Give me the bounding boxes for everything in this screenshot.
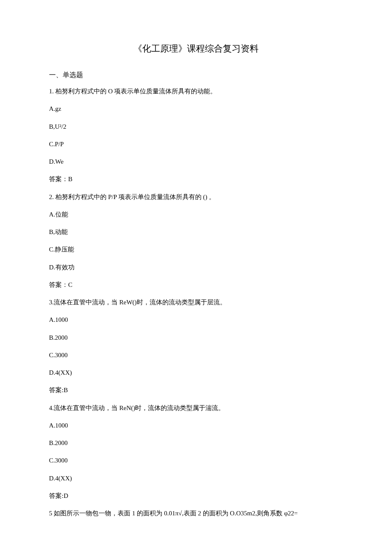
q2-option-c: C.静压能 (49, 245, 343, 254)
q2-option-d: D.有效功 (49, 263, 343, 272)
q4-option-c: C.3000 (49, 456, 343, 465)
q2-option-a: A.位能 (49, 210, 343, 220)
q4-option-b: B.2000 (49, 438, 343, 448)
document-title: 《化工原理》课程综合复习资料 (49, 43, 343, 55)
q2-answer: 答案：C (49, 280, 343, 290)
q3-prompt: 3.流体在直管中流动，当 ReW()时，流体的流动类型属于层流。 (49, 298, 343, 307)
q1-option-a: A.gz (49, 104, 343, 114)
q4-prompt: 4.流体在直管中流动，当 ReN()时，流体的流动类型属于湍流。 (49, 403, 343, 413)
q2-prompt: 2. 柏努利方程式中的 P/P 项表示单位质量流体所具有的 () 。 (49, 192, 343, 202)
q3-option-c: C.3000 (49, 350, 343, 360)
q1-option-d: D.We (49, 157, 343, 167)
q5-prompt: 5 如图所示一物包一物，表面 1 的面积为 0.01π√,表面 2 的面积为 O… (49, 509, 343, 518)
q3-option-d: D.4(XX) (49, 368, 343, 378)
document-page: 《化工原理》课程综合复习资料 一、单选题 1. 柏努利方程式中的 O 项表示单位… (0, 0, 392, 555)
q1-option-b: B,U²/2 (49, 122, 343, 132)
q1-answer: 答案：B (49, 174, 343, 184)
q3-option-a: A.1000 (49, 315, 343, 325)
q3-option-b: B.2000 (49, 333, 343, 343)
q3-answer: 答案:B (49, 385, 343, 395)
section-heading: 一、单选题 (49, 71, 343, 80)
q2-option-b: B,动能 (49, 227, 343, 237)
q1-option-c: C.P/P (49, 139, 343, 149)
q4-option-d: D.4(XX) (49, 474, 343, 483)
q1-prompt: 1. 柏努利方程式中的 O 项表示单位质量流体所具有的动能。 (49, 87, 343, 96)
q4-answer: 答案:D (49, 491, 343, 501)
q4-option-a: A.1000 (49, 421, 343, 431)
